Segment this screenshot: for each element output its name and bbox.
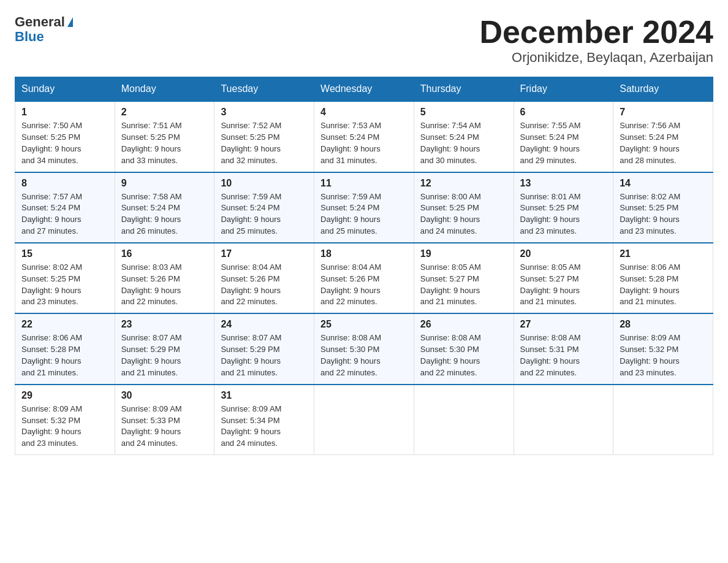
calendar-cell <box>414 385 514 455</box>
calendar-cell: 27 Sunrise: 8:08 AMSunset: 5:31 PMDaylig… <box>514 313 613 384</box>
calendar-subtitle: Orjonikidze, Beylaqan, Azerbaijan <box>479 50 713 66</box>
weekday-header-thursday: Thursday <box>414 77 514 102</box>
week-row-1: 1 Sunrise: 7:50 AMSunset: 5:25 PMDayligh… <box>15 101 713 172</box>
day-number: 30 <box>121 390 208 401</box>
day-number: 12 <box>420 178 507 189</box>
day-info: Sunrise: 7:52 AMSunset: 5:25 PMDaylight:… <box>221 121 281 165</box>
page-header: General Blue December 2024 Orjonikidze, … <box>15 15 713 66</box>
calendar-cell: 1 Sunrise: 7:50 AMSunset: 5:25 PMDayligh… <box>15 101 115 172</box>
calendar-cell: 22 Sunrise: 8:06 AMSunset: 5:28 PMDaylig… <box>15 313 115 384</box>
weekday-header-monday: Monday <box>115 77 214 102</box>
calendar-cell: 26 Sunrise: 8:08 AMSunset: 5:30 PMDaylig… <box>414 313 514 384</box>
calendar-cell: 19 Sunrise: 8:05 AMSunset: 5:27 PMDaylig… <box>414 243 514 313</box>
day-info: Sunrise: 8:07 AMSunset: 5:29 PMDaylight:… <box>221 333 281 377</box>
weekday-header-sunday: Sunday <box>15 77 115 102</box>
calendar-cell: 7 Sunrise: 7:56 AMSunset: 5:24 PMDayligh… <box>613 101 713 172</box>
day-info: Sunrise: 8:09 AMSunset: 5:32 PMDaylight:… <box>620 333 680 377</box>
day-info: Sunrise: 7:55 AMSunset: 5:24 PMDaylight:… <box>520 121 581 165</box>
calendar-cell: 12 Sunrise: 8:00 AMSunset: 5:25 PMDaylig… <box>414 172 514 243</box>
day-number: 11 <box>320 178 408 189</box>
day-number: 4 <box>320 107 408 118</box>
day-info: Sunrise: 8:05 AMSunset: 5:27 PMDaylight:… <box>420 262 481 307</box>
day-info: Sunrise: 8:06 AMSunset: 5:28 PMDaylight:… <box>620 262 680 307</box>
calendar-cell: 21 Sunrise: 8:06 AMSunset: 5:28 PMDaylig… <box>613 243 713 313</box>
day-number: 5 <box>420 107 507 118</box>
day-info: Sunrise: 8:08 AMSunset: 5:30 PMDaylight:… <box>420 333 481 377</box>
day-info: Sunrise: 7:58 AMSunset: 5:24 PMDaylight:… <box>121 192 182 236</box>
calendar-cell: 30 Sunrise: 8:09 AMSunset: 5:33 PMDaylig… <box>115 385 214 455</box>
calendar-cell: 14 Sunrise: 8:02 AMSunset: 5:25 PMDaylig… <box>613 172 713 243</box>
calendar-cell <box>514 385 613 455</box>
logo-triangle-icon <box>67 17 73 27</box>
day-info: Sunrise: 8:01 AMSunset: 5:25 PMDaylight:… <box>520 192 581 236</box>
calendar-cell: 18 Sunrise: 8:04 AMSunset: 5:26 PMDaylig… <box>314 243 414 313</box>
day-number: 18 <box>320 248 408 259</box>
calendar-cell: 16 Sunrise: 8:03 AMSunset: 5:26 PMDaylig… <box>115 243 214 313</box>
day-info: Sunrise: 7:57 AMSunset: 5:24 PMDaylight:… <box>21 192 82 236</box>
calendar-cell: 29 Sunrise: 8:09 AMSunset: 5:32 PMDaylig… <box>15 385 115 455</box>
day-number: 28 <box>620 319 707 330</box>
day-number: 13 <box>520 178 607 189</box>
day-info: Sunrise: 8:02 AMSunset: 5:25 PMDaylight:… <box>620 192 680 236</box>
day-info: Sunrise: 8:06 AMSunset: 5:28 PMDaylight:… <box>21 333 82 377</box>
calendar-title: December 2024 <box>479 15 713 50</box>
day-info: Sunrise: 8:00 AMSunset: 5:25 PMDaylight:… <box>420 192 481 236</box>
day-number: 9 <box>121 178 208 189</box>
day-info: Sunrise: 8:04 AMSunset: 5:26 PMDaylight:… <box>320 262 381 307</box>
weekday-header-saturday: Saturday <box>613 77 713 102</box>
weekday-header-row: SundayMondayTuesdayWednesdayThursdayFrid… <box>15 77 713 102</box>
calendar-cell: 9 Sunrise: 7:58 AMSunset: 5:24 PMDayligh… <box>115 172 214 243</box>
day-number: 3 <box>221 107 308 118</box>
day-info: Sunrise: 7:50 AMSunset: 5:25 PMDaylight:… <box>21 121 82 165</box>
weekday-header-friday: Friday <box>514 77 613 102</box>
calendar-cell: 20 Sunrise: 8:05 AMSunset: 5:27 PMDaylig… <box>514 243 613 313</box>
calendar-cell: 4 Sunrise: 7:53 AMSunset: 5:24 PMDayligh… <box>314 101 414 172</box>
logo-text-general: General <box>15 15 65 29</box>
calendar-cell: 28 Sunrise: 8:09 AMSunset: 5:32 PMDaylig… <box>613 313 713 384</box>
logo-text-blue: Blue <box>15 29 44 44</box>
calendar-cell: 25 Sunrise: 8:08 AMSunset: 5:30 PMDaylig… <box>314 313 414 384</box>
day-number: 10 <box>221 178 308 189</box>
day-number: 23 <box>121 319 208 330</box>
day-info: Sunrise: 8:03 AMSunset: 5:26 PMDaylight:… <box>121 262 182 307</box>
week-row-2: 8 Sunrise: 7:57 AMSunset: 5:24 PMDayligh… <box>15 172 713 243</box>
day-number: 19 <box>420 248 507 259</box>
calendar-body: 1 Sunrise: 7:50 AMSunset: 5:25 PMDayligh… <box>15 101 713 454</box>
calendar-header: SundayMondayTuesdayWednesdayThursdayFrid… <box>15 77 713 102</box>
calendar-cell: 5 Sunrise: 7:54 AMSunset: 5:24 PMDayligh… <box>414 101 514 172</box>
calendar-cell: 31 Sunrise: 8:09 AMSunset: 5:34 PMDaylig… <box>214 385 314 455</box>
day-number: 29 <box>21 390 108 401</box>
day-info: Sunrise: 8:09 AMSunset: 5:34 PMDaylight:… <box>221 404 281 448</box>
calendar-cell: 3 Sunrise: 7:52 AMSunset: 5:25 PMDayligh… <box>214 101 314 172</box>
title-block: December 2024 Orjonikidze, Beylaqan, Aze… <box>479 15 713 66</box>
calendar-cell: 23 Sunrise: 8:07 AMSunset: 5:29 PMDaylig… <box>115 313 214 384</box>
week-row-3: 15 Sunrise: 8:02 AMSunset: 5:25 PMDaylig… <box>15 243 713 313</box>
day-number: 20 <box>520 248 607 259</box>
day-number: 17 <box>221 248 308 259</box>
day-info: Sunrise: 7:53 AMSunset: 5:24 PMDaylight:… <box>320 121 381 165</box>
day-number: 15 <box>21 248 108 259</box>
day-number: 8 <box>21 178 108 189</box>
calendar-cell <box>613 385 713 455</box>
calendar-cell: 11 Sunrise: 7:59 AMSunset: 5:24 PMDaylig… <box>314 172 414 243</box>
weekday-header-tuesday: Tuesday <box>214 77 314 102</box>
day-info: Sunrise: 8:04 AMSunset: 5:26 PMDaylight:… <box>221 262 281 307</box>
calendar-cell <box>314 385 414 455</box>
calendar-cell: 24 Sunrise: 8:07 AMSunset: 5:29 PMDaylig… <box>214 313 314 384</box>
week-row-5: 29 Sunrise: 8:09 AMSunset: 5:32 PMDaylig… <box>15 385 713 455</box>
calendar-cell: 8 Sunrise: 7:57 AMSunset: 5:24 PMDayligh… <box>15 172 115 243</box>
day-info: Sunrise: 7:59 AMSunset: 5:24 PMDaylight:… <box>221 192 281 236</box>
day-info: Sunrise: 8:08 AMSunset: 5:30 PMDaylight:… <box>320 333 381 377</box>
day-info: Sunrise: 7:54 AMSunset: 5:24 PMDaylight:… <box>420 121 481 165</box>
calendar-table: SundayMondayTuesdayWednesdayThursdayFrid… <box>15 77 713 455</box>
calendar-cell: 17 Sunrise: 8:04 AMSunset: 5:26 PMDaylig… <box>214 243 314 313</box>
calendar-cell: 15 Sunrise: 8:02 AMSunset: 5:25 PMDaylig… <box>15 243 115 313</box>
day-number: 16 <box>121 248 208 259</box>
day-number: 2 <box>121 107 208 118</box>
day-number: 27 <box>520 319 607 330</box>
weekday-header-wednesday: Wednesday <box>314 77 414 102</box>
day-number: 24 <box>221 319 308 330</box>
day-info: Sunrise: 8:02 AMSunset: 5:25 PMDaylight:… <box>21 262 82 307</box>
day-number: 6 <box>520 107 607 118</box>
day-info: Sunrise: 8:05 AMSunset: 5:27 PMDaylight:… <box>520 262 581 307</box>
